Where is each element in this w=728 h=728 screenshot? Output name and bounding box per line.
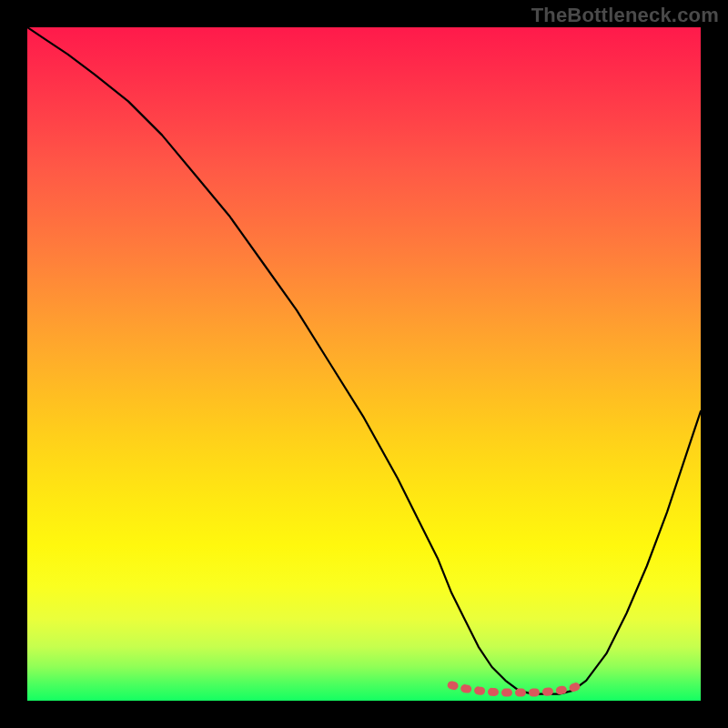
- bottleneck-curve: [27, 27, 701, 694]
- curve-layer: [27, 27, 701, 701]
- chart-frame: TheBottleneck.com: [0, 0, 728, 728]
- plot-area: [27, 27, 701, 701]
- watermark-label: TheBottleneck.com: [531, 4, 719, 27]
